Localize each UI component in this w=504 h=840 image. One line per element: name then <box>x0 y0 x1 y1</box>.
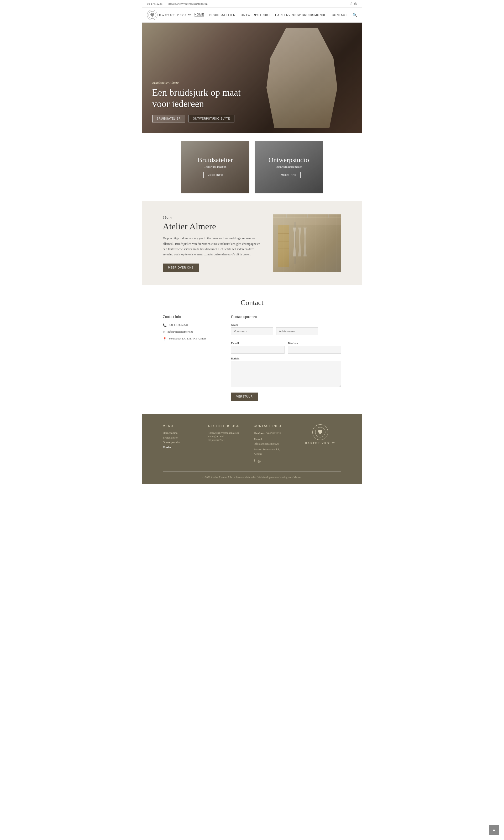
svg-rect-10 <box>286 215 287 218</box>
email-icon: ✉ <box>163 330 165 334</box>
footer: MENU Homepagina Bruidsatelier Ontwerpstu… <box>142 414 362 484</box>
top-bar-left: 06-17612228 info@hartenvrouwbruidsmonde.… <box>147 2 208 5</box>
email-telefoon-row: E-mail Telefoon <box>231 342 341 354</box>
footer-contact-email: E-mail: info@atelieralmere.nl <box>254 437 289 446</box>
footer-contact-address: Adres: Stuurstraat 1A, Almere <box>254 447 289 457</box>
telefoon-input[interactable] <box>288 346 341 354</box>
svg-text:✦: ✦ <box>151 17 153 19</box>
contact-title: Contact <box>163 298 341 307</box>
hero-content: Bruidsatelier Almere Een bruidsjurk op m… <box>152 81 241 122</box>
top-bar-social: f ◎ <box>350 2 357 6</box>
footer-contact-heading: CONTACT INFO <box>254 424 289 428</box>
svg-rect-11 <box>307 215 308 218</box>
footer-blogs-heading: RECENTE BLOGS <box>208 424 243 428</box>
svg-rect-7 <box>278 248 289 249</box>
card-content-2: Ontwerpstudio Trouwjurk laten maken MEER… <box>269 156 309 178</box>
footer-link-ontwerpstudio[interactable]: Ontwerpstudio <box>163 441 198 444</box>
footer-top: MENU Homepagina Bruidsatelier Ontwerpstu… <box>163 424 341 463</box>
footer-logo-text: HARTEN VROUW <box>305 442 336 445</box>
footer-logo-emblem <box>312 424 328 440</box>
top-bar: 06-17612228 info@hartenvrouwbruidsmonde.… <box>142 0 362 7</box>
card-btn-1[interactable]: MEER INFO <box>203 172 227 178</box>
footer-logo-col: HARTEN VROUW <box>299 424 341 463</box>
footer-link-bruidsatelier[interactable]: Bruidsatelier <box>163 436 198 439</box>
contact-info-phone: 📞 +31 6 17612228 <box>163 323 215 327</box>
submit-button[interactable]: VERSTUUR <box>231 393 258 401</box>
footer-bottom: © 2020 Atelier Almere. Alle rechten voor… <box>163 472 341 479</box>
contact-form-title: Contact opnemen <box>231 315 341 319</box>
card-title-1: Bruidsatelier <box>198 156 233 164</box>
over-section: Over Atelier Almere De prachtige jurken … <box>142 201 362 285</box>
telefoon-label: Telefoon <box>288 342 341 345</box>
logo-emblem: ✦ <box>147 10 158 20</box>
top-bar-email: info@hartenvrouwbruidsmonde.nl <box>168 2 208 5</box>
footer-facebook-icon[interactable]: f <box>254 459 255 463</box>
footer-contact-col: CONTACT INFO Telefoon: 06-17612228 E-mai… <box>254 424 289 463</box>
top-bar-phone: 06-17612228 <box>147 2 162 5</box>
location-icon: 📍 <box>163 337 167 341</box>
cards-section: Bruidsatelier Trouwjurk inkopen MEER INF… <box>142 133 362 201</box>
telefoon-group: Telefoon <box>288 342 341 354</box>
over-image <box>273 215 341 272</box>
logo[interactable]: ✦ HARTEN VROUW <box>147 10 192 20</box>
naam-group: Naam <box>231 323 341 339</box>
nav-ontwerpstudio[interactable]: ONTWERPSTUDIO <box>241 13 270 17</box>
footer-blog-date: 31 januari 2021 <box>208 439 243 441</box>
footer-menu-heading: MENU <box>163 424 198 428</box>
bericht-group: Bericht <box>231 357 341 387</box>
footer-menu-col: MENU Homepagina Bruidsatelier Ontwerpstu… <box>163 424 198 463</box>
contact-section: Contact Contact info 📞 +31 6 17612228 ✉ … <box>142 285 362 414</box>
svg-rect-6 <box>278 241 289 241</box>
svg-rect-5 <box>278 233 289 234</box>
hero-btn-bruidsatelier[interactable]: BRUIDSATELIER <box>152 115 185 122</box>
card-ontwerpstudio: Ontwerpstudio Trouwjurk laten maken MEER… <box>255 141 323 193</box>
footer-copyright: © 2020 Atelier Almere. Alle rechten voor… <box>202 476 302 479</box>
nav-contact[interactable]: CONTACT <box>332 13 347 17</box>
contact-form-col: Contact opnemen Naam E-mail Telefoon <box>231 315 341 401</box>
footer-social: f ◎ <box>254 459 289 463</box>
email-input[interactable] <box>231 346 285 354</box>
logo-text: HARTEN VROUW <box>159 13 192 17</box>
svg-rect-4 <box>278 225 289 267</box>
bericht-textarea[interactable] <box>231 361 341 387</box>
contact-info-title: Contact info <box>163 315 215 319</box>
hero-btn-ontwerpstudio[interactable]: ONTWERPSTUDIO ELYTE <box>188 115 235 122</box>
achternaam-input[interactable] <box>276 327 318 335</box>
over-text: Over Atelier Almere De prachtige jurken … <box>163 215 263 272</box>
contact-form: Naam E-mail Telefoon <box>231 323 341 401</box>
hero-section: Bruidsatelier Almere Een bruidsjurk op m… <box>142 22 362 133</box>
naam-row <box>231 327 341 335</box>
card-subtitle-2: Trouwjurk laten maken <box>269 165 309 168</box>
main-nav: HOME BRUIDSATELIER ONTWERPSTUDIO HARTENV… <box>195 13 357 17</box>
footer-blogs-col: RECENTE BLOGS Trouwjurk vermaken als je … <box>208 424 243 463</box>
contact-inner: Contact info 📞 +31 6 17612228 ✉ info@ate… <box>163 315 341 401</box>
nav-bruidsatelier[interactable]: BRUIDSATELIER <box>210 13 236 17</box>
facebook-icon[interactable]: f <box>350 2 352 6</box>
footer-instagram-icon[interactable]: ◎ <box>257 459 261 463</box>
search-icon[interactable]: 🔍 <box>353 13 357 17</box>
card-subtitle-1: Trouwjurk inkopen <box>198 165 233 168</box>
nav-home[interactable]: HOME <box>195 13 204 17</box>
footer-contact-phone: Telefoon: 06-17612228 <box>254 431 289 436</box>
card-bruidsatelier: Bruidsatelier Trouwjurk inkopen MEER INF… <box>181 141 249 193</box>
email-label: E-mail <box>231 342 285 345</box>
card-content-1: Bruidsatelier Trouwjurk inkopen MEER INF… <box>198 156 233 178</box>
contact-info-email: ✉ info@atelieralmere.nl <box>163 330 215 334</box>
footer-link-contact[interactable]: Contact <box>163 445 198 448</box>
voornaam-input[interactable] <box>231 327 273 335</box>
naam-label: Naam <box>231 323 341 326</box>
bericht-label: Bericht <box>231 357 341 360</box>
hero-buttons: BRUIDSATELIER ONTWERPSTUDIO ELYTE <box>152 115 241 122</box>
hero-title: Een bruidsjurk op maatvoor iedereen <box>152 87 241 109</box>
nav-hartenvrouw[interactable]: HARTENVROUW BRUIDSMONDE <box>275 13 327 17</box>
phone-icon: 📞 <box>163 323 167 327</box>
card-title-2: Ontwerpstudio <box>269 156 309 164</box>
footer-blog-title: Trouwjurk vermaken als je zwanger bent <box>208 431 243 438</box>
contact-info-col: Contact info 📞 +31 6 17612228 ✉ info@ate… <box>163 315 215 401</box>
over-btn[interactable]: MEER OVER ONS <box>163 263 199 272</box>
instagram-icon[interactable]: ◎ <box>354 2 357 6</box>
card-btn-2[interactable]: MEER INFO <box>277 172 300 178</box>
header: ✦ HARTEN VROUW HOME BRUIDSATELIER ONTWER… <box>142 7 362 22</box>
svg-rect-12 <box>328 215 329 218</box>
footer-link-home[interactable]: Homepagina <box>163 431 198 434</box>
